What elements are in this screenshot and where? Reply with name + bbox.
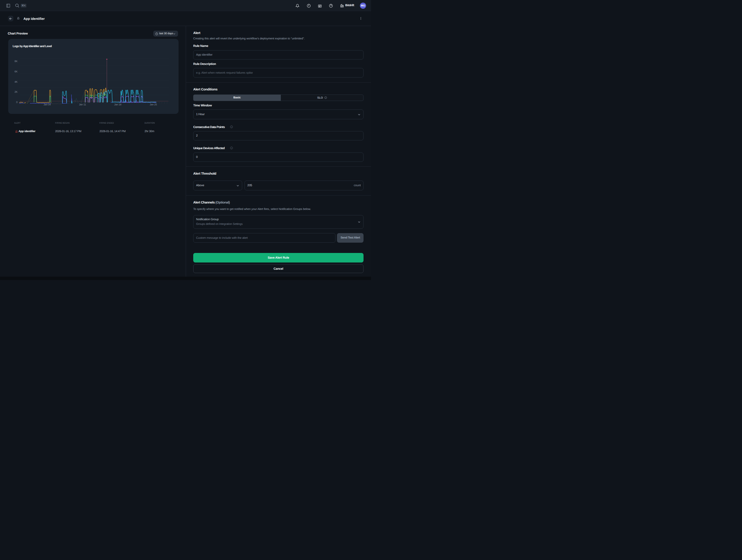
svg-text:6K: 6K [14,70,17,73]
svg-text:Logs by App Identifier and Lev: Logs by App Identifier and Level [13,45,52,48]
svg-text:Jan 11: Jan 11 [79,103,86,106]
svg-text:2K: 2K [14,91,17,94]
svg-text:Jan 04: Jan 04 [44,103,51,106]
svg-text:8K: 8K [14,60,17,63]
svg-text:0: 0 [16,101,18,104]
svg-text:Jan 25: Jan 25 [150,103,157,106]
svg-text:Jan 18: Jan 18 [114,103,122,106]
svg-text:4K: 4K [14,80,17,83]
